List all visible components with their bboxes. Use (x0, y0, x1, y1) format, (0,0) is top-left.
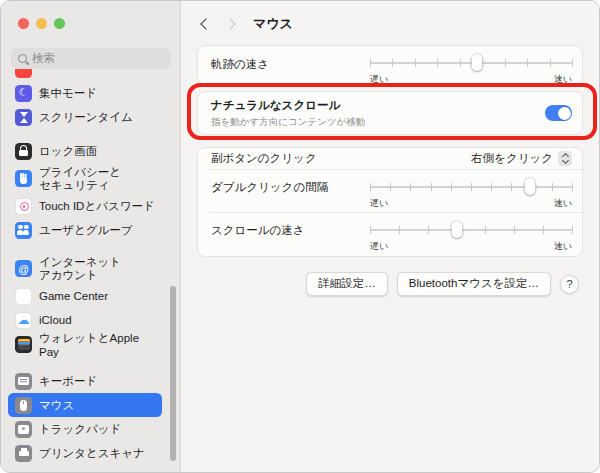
sidebar-item-label: キーボード (39, 374, 97, 389)
hand-icon (15, 170, 32, 187)
double-click-max-label: 速い (554, 197, 572, 210)
slider-tick (572, 226, 573, 234)
minimize-button[interactable] (36, 18, 47, 29)
at-icon (15, 260, 32, 277)
slider-tick (415, 59, 416, 67)
keyboard-icon (15, 373, 32, 390)
sidebar-item-keyboard[interactable]: キーボード (8, 369, 162, 393)
sidebar-item-label: スクリーンタイム (39, 110, 133, 125)
lock-icon (15, 143, 32, 160)
sidebar-item-label: プライバシーとセキュリティ (39, 166, 121, 192)
search-input[interactable]: 検索 (11, 48, 171, 69)
scroll-speed-row: スクロールの速さ 遅い 速い (210, 212, 582, 256)
sidebar-item-lock-screen[interactable]: ロック画面 (8, 139, 162, 163)
slider-tick (428, 226, 429, 234)
close-button[interactable] (18, 18, 29, 29)
tracking-speed-slider-wrap: 遅い 速い (370, 46, 572, 84)
sidebar-item-game-center[interactable]: Game Center (8, 284, 162, 308)
double-click-slider-wrap: 遅い 速い (370, 170, 572, 212)
slider-tick (460, 59, 461, 67)
natural-scroll-group: ナチュラルなスクロール 指を動かす方向にコンテンツが移動 (197, 91, 583, 135)
sidebar-item-label: 集中モード (39, 86, 97, 101)
double-click-label: ダブルクリックの間隔 (211, 170, 328, 212)
secondary-click-value: 右側をクリック (471, 151, 553, 166)
secondary-click-popup[interactable]: 右側をクリック (471, 151, 572, 166)
tracking-speed-slider[interactable] (370, 54, 572, 71)
sidebar-item-label: マウス (39, 398, 74, 413)
sidebar-item-icloud[interactable]: iCloud (8, 308, 162, 332)
slider-tick (514, 226, 515, 234)
slider-tick (370, 183, 371, 191)
natural-scroll-description: 指を動かす方向にコンテンツが移動 (211, 116, 365, 129)
sidebar-item-touch-id-password[interactable]: Touch IDとパスワード (8, 194, 162, 218)
sidebar-item-label: Game Center (39, 290, 108, 302)
notifications-icon (15, 69, 32, 78)
sidebar-item-privacy-security[interactable]: プライバシーとセキュリティ (8, 163, 162, 194)
system-settings-window: 検索 集中モードスクリーンタイムロック画面プライバシーとセキュリティTouch … (0, 0, 600, 473)
advanced-settings-button[interactable]: 詳細設定… (306, 272, 388, 296)
sidebar-item-label: ロック画面 (39, 144, 97, 159)
sidebar-item-label: ウォレットとApple Pay (39, 331, 155, 358)
slider-tick (451, 183, 452, 191)
slider-tick (485, 226, 486, 234)
slider-tick (572, 59, 573, 67)
sidebar-item-screen-time[interactable]: スクリーンタイム (8, 105, 162, 129)
footer-actions: 詳細設定… Bluetoothマウスを設定… ? (306, 272, 579, 296)
search-placeholder: 検索 (32, 51, 55, 66)
sidebar-item-users-groups[interactable]: ユーザとグループ (8, 218, 162, 242)
page-title: マウス (253, 15, 293, 33)
secondary-click-label: 副ボタンのクリック (211, 151, 317, 166)
slider-handle[interactable] (451, 221, 462, 238)
slider-tick (431, 183, 432, 191)
slider-tick (552, 183, 553, 191)
sidebar-scrollbar[interactable] (170, 286, 176, 461)
slider-minmax-labels: 遅い 速い (370, 240, 572, 253)
sidebar-item-internet-accounts[interactable]: インターネットアカウント (8, 253, 162, 284)
sidebar-item-label: iCloud (39, 314, 72, 326)
toggle-knob-icon (558, 107, 571, 120)
cloud-icon (15, 312, 32, 329)
scroll-speed-slider[interactable] (370, 221, 572, 238)
slider-handle[interactable] (524, 178, 535, 195)
double-click-row: ダブルクリックの間隔 遅い 速い (210, 169, 582, 212)
scroll-speed-max-label: 速い (554, 240, 572, 253)
trackpad-icon (15, 421, 32, 438)
wallet-icon (15, 336, 32, 353)
mouse-settings-panel: マウス 軌跡の速さ 遅い 速い ナチュラルなスクロール 指を動かす方向にコンテン… (181, 1, 599, 472)
slider-tick (399, 226, 400, 234)
double-click-slider[interactable] (370, 178, 572, 195)
sidebar-item-wallet-apple-pay[interactable]: ウォレットとApple Pay (8, 332, 162, 356)
slider-handle[interactable] (472, 54, 483, 71)
slider-tick (410, 183, 411, 191)
slider-tick (527, 59, 528, 67)
gamecenter-icon (15, 288, 32, 305)
sidebar-item-focus[interactable]: 集中モード (8, 81, 162, 105)
sidebar-item-label: トラックパッド (39, 422, 121, 437)
search-icon (18, 54, 27, 63)
mouse-icon (15, 397, 32, 414)
tracking-speed-label: 軌跡の速さ (211, 46, 269, 84)
sidebar-item-mouse[interactable]: マウス (8, 393, 162, 417)
sidebar-item-trackpad[interactable]: トラックパッド (8, 417, 162, 441)
forward-button[interactable] (222, 16, 238, 32)
scroll-speed-slider-wrap: 遅い 速い (370, 213, 572, 256)
bluetooth-setup-button[interactable]: Bluetoothマウスを設定… (397, 272, 551, 296)
natural-scroll-toggle[interactable] (545, 105, 572, 121)
sidebar: 検索 集中モードスクリーンタイムロック画面プライバシーとセキュリティTouch … (1, 1, 181, 472)
fingerprint-icon (15, 198, 32, 215)
secondary-click-row: 副ボタンのクリック 右側をクリック (198, 148, 582, 169)
zoom-button[interactable] (54, 18, 65, 29)
users-icon (15, 222, 32, 239)
sidebar-item-printers-scanners[interactable]: プリンタとスキャナ (8, 441, 162, 465)
tracking-speed-group: 軌跡の速さ 遅い 速い (197, 45, 583, 85)
natural-scroll-text: ナチュラルなスクロール 指を動かす方向にコンテンツが移動 (211, 98, 365, 129)
slider-tick (370, 59, 371, 67)
slider-tick (491, 183, 492, 191)
help-button[interactable]: ? (560, 275, 579, 294)
slider-minmax-labels: 遅い 速い (370, 73, 572, 86)
slider-tick (471, 183, 472, 191)
back-button[interactable] (198, 16, 214, 32)
click-settings-group: 副ボタンのクリック 右側をクリック ダブルクリックの間隔 遅い 速い スクロール… (197, 147, 583, 257)
slider-tick (550, 59, 551, 67)
sidebar-item-label: ユーザとグループ (39, 223, 133, 238)
